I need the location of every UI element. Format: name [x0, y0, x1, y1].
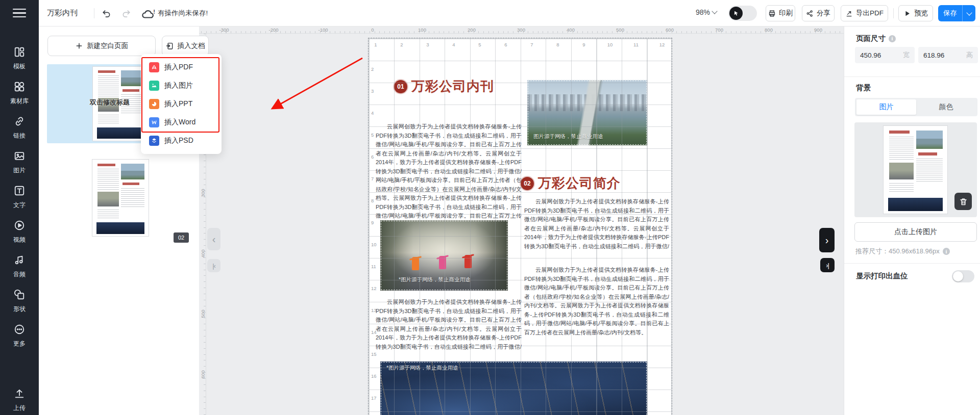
grid-row-number: 12 [371, 286, 377, 291]
menu-item-插入Word[interactable]: 插入Word [141, 113, 222, 132]
sidebar-item-音频[interactable]: 音频 [0, 251, 39, 282]
photo-city-day[interactable]: 图片源于网络，禁止商业用途 [527, 80, 647, 145]
grid-row-number: 7 [371, 176, 374, 181]
divider [893, 8, 894, 18]
ruler-tick-label: 600 [666, 27, 674, 33]
sidebar-item-label: 音频 [13, 270, 26, 279]
grid-row-number: 6 [371, 154, 374, 160]
sidebar-item-素材库[interactable]: 素材库 [0, 77, 39, 109]
info-icon[interactable]: i [943, 248, 950, 255]
sidebar-item-更多[interactable]: 更多 [0, 320, 39, 352]
page-size-label: 页面尺寸 i [856, 34, 896, 43]
mini-page-preview [92, 160, 149, 236]
grid-row-number: 11 [371, 264, 376, 269]
new-blank-page-button[interactable]: 新建空白页面 [47, 36, 156, 56]
first-page-button[interactable]: |‹ [207, 259, 220, 272]
grid-column-number: 4 [452, 42, 455, 47]
video-icon [14, 220, 25, 233]
ruler-tick-label: 800 [765, 27, 773, 33]
zoom-level-dropdown[interactable]: 98% [696, 8, 717, 16]
word-file-icon [149, 117, 159, 127]
ruler-tick-label: 700 [715, 27, 723, 33]
delete-background-button[interactable] [954, 193, 972, 210]
background-image-thumbnail[interactable] [883, 125, 948, 214]
upload-image-button[interactable]: 点击上传图片 [854, 222, 977, 242]
menu-item-label: 插入PSD [164, 136, 193, 145]
next-page-button[interactable]: › [819, 228, 835, 252]
share-button[interactable]: 分享 [802, 5, 835, 21]
sidebar-item-label: 形状 [13, 305, 26, 314]
sidebar-item-label: 上传 [13, 404, 26, 412]
paragraph-2[interactable]: 云展网创致力于为上传者提供文档转换存储服务-上传PDF转换为3D翻页电子书，自动… [524, 197, 669, 252]
grid-column-number: 11 [633, 42, 639, 47]
left-sidebar: 模板素材库链接图片文字视频音频形状更多 上传 [0, 0, 39, 415]
sidebar-item-模板[interactable]: 模板 [0, 43, 39, 74]
paragraph-3[interactable]: 云展网创致力于为上传者提供文档转换存储服务-上传PDF转换为3D翻页电子书，自动… [524, 266, 669, 347]
grid-column-number: 8 [556, 42, 559, 47]
sidebar-item-图片[interactable]: 图片 [0, 147, 39, 178]
menu-icon[interactable] [13, 9, 26, 18]
page-width-field: 宽 [855, 47, 915, 63]
grid-row-number: 10 [371, 242, 377, 247]
print-button[interactable]: 印刷 [766, 5, 795, 21]
tab-color[interactable]: 颜色 [916, 99, 976, 115]
person-figure [412, 257, 419, 270]
printer-icon [768, 10, 776, 17]
menu-item-插入PSD[interactable]: 插入PSD [141, 132, 222, 150]
section-badge: 01 [394, 80, 407, 93]
tab-image[interactable]: 图片 [856, 99, 916, 115]
paragraph-1[interactable]: 云展网创致力于为上传者提供文档转换存储服务-上传PDF转换为3D翻页电子书，自动… [376, 122, 522, 218]
ruler-tick-label: 200 [468, 27, 476, 33]
grid-column-number: 9 [582, 42, 585, 47]
touch-mode-toggle[interactable] [728, 6, 757, 21]
sidebar-item-文字[interactable]: 文字 [0, 181, 39, 213]
sidebar-item-形状[interactable]: 形状 [0, 286, 39, 317]
save-dropdown-button[interactable] [962, 5, 975, 21]
bleed-label: 显示打印出血位 [856, 271, 908, 281]
background-label: 背景 [856, 83, 871, 93]
canvas-area[interactable]: -300-200-1000100200300400500600700800900… [199, 27, 844, 415]
menu-item-插入PDF[interactable]: 插入PDF [141, 58, 222, 76]
last-page-button[interactable]: ›| [820, 258, 835, 272]
sidebar-item-label: 视频 [13, 236, 26, 244]
preview-button[interactable]: 预览 [898, 5, 933, 21]
ruler-tick-label: 900 [814, 27, 822, 33]
insert-document-button[interactable]: 插入文档 [162, 36, 209, 56]
divider [844, 263, 980, 264]
menu-item-插入PPT[interactable]: 插入PPT [141, 95, 222, 113]
sidebar-item-视频[interactable]: 视频 [0, 216, 39, 248]
section-1-heading[interactable]: 01 万彩公司内刊 [394, 77, 494, 95]
chevron-down-icon [966, 10, 972, 15]
sidebar-item-label: 链接 [13, 132, 26, 140]
info-icon[interactable]: i [889, 35, 896, 42]
redo-button[interactable] [120, 8, 132, 19]
section-badge: 02 [521, 177, 534, 190]
ruler-tick-label: 500 [200, 307, 206, 321]
ruler-tick-label: 300 [517, 27, 525, 33]
page-width-input[interactable] [860, 51, 896, 59]
properties-panel: 页面尺寸 i 宽 高 背景 图片 颜色 点击上传图片 推荐尺寸：450.96x6… [844, 27, 980, 415]
background-tabs: 图片 颜色 [855, 98, 977, 116]
app-window: 万彩内刊 ! 有操作尚未保存! 98% 印刷 分享 [0, 0, 980, 415]
photo-caption: *图片源于网络，禁止商业用途 [399, 276, 471, 283]
sidebar-item-链接[interactable]: 链接 [0, 112, 39, 144]
export-pdf-button[interactable]: 导出PDF [841, 5, 888, 21]
sidebar-item-上传[interactable]: 上传 [0, 384, 39, 415]
page-height-input[interactable] [923, 51, 959, 59]
divider [844, 76, 980, 77]
undo-button[interactable] [101, 8, 112, 19]
bleed-toggle[interactable] [952, 270, 974, 282]
ruler-tick-label: 300 [200, 187, 206, 200]
grid-row-number: 13 [371, 307, 377, 313]
document-page[interactable]: 123456789101112 234567891011121314151617… [369, 38, 672, 415]
sidebar-items: 模板素材库链接图片文字视频音频形状更多 [0, 43, 39, 355]
save-button[interactable]: 保存 [938, 5, 962, 21]
menu-item-插入图片[interactable]: 插入图片 [141, 76, 222, 95]
prev-page-button[interactable]: ‹ [207, 228, 220, 250]
section-2-heading[interactable]: 02 万彩公司简介 [521, 174, 621, 192]
photo-city-night[interactable]: *图片源于网络，禁止商业用途 [380, 361, 647, 415]
paragraph-4[interactable]: 云展网创致力于为上传者提供文档转换存储服务-上传PDF转换为3D翻页电子书，自动… [376, 298, 522, 351]
photo-foggy-road[interactable]: *图片源于网络，禁止商业用途 [380, 220, 508, 291]
psd-file-icon [149, 136, 159, 146]
page-thumbnail-2[interactable] [92, 159, 149, 237]
